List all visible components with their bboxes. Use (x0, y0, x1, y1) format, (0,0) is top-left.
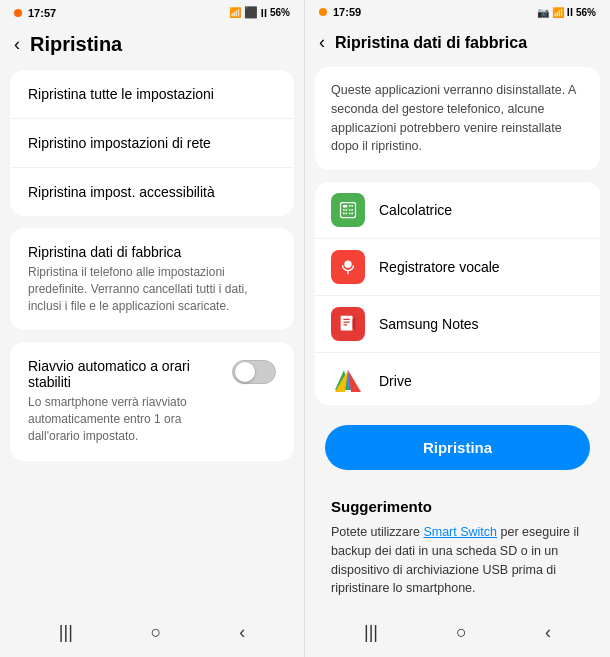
factory-reset-description: Queste applicazioni verranno disinstalla… (315, 67, 600, 170)
svg-point-12 (344, 261, 351, 268)
left-screen: 17:57 📶 ⬛ ll 56% ‹ Ripristina Ripristina… (0, 0, 305, 657)
app-icon-calcolatrice (331, 193, 365, 227)
app-icon-notes (331, 307, 365, 341)
right-header: ‹ Ripristina dati di fabbrica (305, 22, 610, 61)
app-icon-drive (331, 364, 365, 398)
svg-rect-6 (349, 209, 351, 211)
home-right[interactable]: ○ (456, 622, 467, 643)
app-name-drive: Drive (379, 373, 412, 389)
back-button-left[interactable]: ‹ (14, 34, 20, 55)
svg-rect-9 (346, 213, 348, 215)
auto-restart-desc: Lo smartphone verrà riavviato automatica… (28, 394, 222, 444)
suggestion-title: Suggerimento (331, 498, 584, 515)
right-screen: 17:59 📷 📶 ll 56% ‹ Ripristina dati di fa… (305, 0, 610, 657)
bottom-nav-right: ||| ○ ‹ (305, 612, 610, 657)
reset-all-item[interactable]: Ripristina tutte le impostazioni (10, 70, 294, 119)
left-page-title: Ripristina (30, 33, 122, 56)
status-time-left: 17:57 (28, 7, 56, 19)
left-header: ‹ Ripristina (0, 23, 304, 64)
status-icons-right: 📷 📶 ll 56% (537, 6, 596, 18)
status-icons-left: 📶 ⬛ ll 56% (229, 6, 290, 19)
status-dot-left (14, 9, 22, 17)
svg-rect-0 (341, 203, 356, 218)
svg-rect-7 (351, 209, 353, 211)
svg-rect-5 (346, 209, 348, 211)
factory-reset-title: Ripristina dati di fabbrica (28, 244, 276, 260)
svg-rect-10 (349, 213, 351, 215)
svg-rect-11 (351, 213, 353, 215)
app-icon-voice (331, 250, 365, 284)
svg-rect-3 (351, 205, 353, 207)
status-time-right: 17:59 (333, 6, 361, 18)
back-button-right[interactable]: ‹ (319, 32, 325, 53)
status-dot-right (319, 8, 327, 16)
svg-rect-14 (341, 316, 353, 331)
app-item-voice[interactable]: Registratore vocale (315, 239, 600, 296)
menu-list-left: Ripristina tutte le impostazioni Riprist… (10, 70, 294, 216)
restore-button[interactable]: Ripristina (325, 425, 590, 470)
reset-network-item[interactable]: Ripristino impostazioni di rete (10, 119, 294, 168)
factory-reset-item[interactable]: Ripristina dati di fabbrica Ripristina i… (10, 228, 294, 330)
svg-rect-2 (349, 205, 351, 207)
suggestion-text: Potete utilizzare Smart Switch per esegu… (331, 523, 584, 598)
recent-apps-left[interactable]: ||| (59, 622, 73, 643)
home-left[interactable]: ○ (151, 622, 162, 643)
smart-switch-link[interactable]: Smart Switch (423, 525, 497, 539)
status-bar-left: 17:57 📶 ⬛ ll 56% (0, 0, 304, 23)
app-name-notes: Samsung Notes (379, 316, 479, 332)
app-item-drive[interactable]: Drive (315, 353, 600, 405)
svg-rect-4 (343, 209, 345, 211)
app-list: Calcolatrice Registratore vocale Samsung… (315, 182, 600, 405)
app-item-notes[interactable]: Samsung Notes (315, 296, 600, 353)
restore-btn-container: Ripristina (305, 411, 610, 484)
auto-restart-title: Riavvio automatico a orari stabiliti (28, 358, 222, 390)
recent-apps-right[interactable]: ||| (364, 622, 378, 643)
bottom-nav-left: ||| ○ ‹ (0, 612, 304, 657)
svg-rect-8 (343, 213, 345, 215)
back-left[interactable]: ‹ (239, 622, 245, 643)
suggestion-text-before: Potete utilizzare (331, 525, 423, 539)
app-name-calcolatrice: Calcolatrice (379, 202, 452, 218)
right-page-title: Ripristina dati di fabbrica (335, 34, 527, 52)
suggestion-section: Suggerimento Potete utilizzare Smart Swi… (315, 484, 600, 612)
factory-reset-desc: Ripristina il telefono alle impostazioni… (28, 264, 276, 314)
back-right[interactable]: ‹ (545, 622, 551, 643)
auto-restart-toggle[interactable] (232, 360, 276, 384)
app-item-calcolatrice[interactable]: Calcolatrice (315, 182, 600, 239)
auto-restart-item: Riavvio automatico a orari stabiliti Lo … (10, 342, 294, 460)
app-name-voice: Registratore vocale (379, 259, 500, 275)
status-bar-right: 17:59 📷 📶 ll 56% (305, 0, 610, 22)
reset-accessibility-item[interactable]: Ripristina impost. accessibilità (10, 168, 294, 216)
svg-rect-1 (343, 205, 347, 208)
